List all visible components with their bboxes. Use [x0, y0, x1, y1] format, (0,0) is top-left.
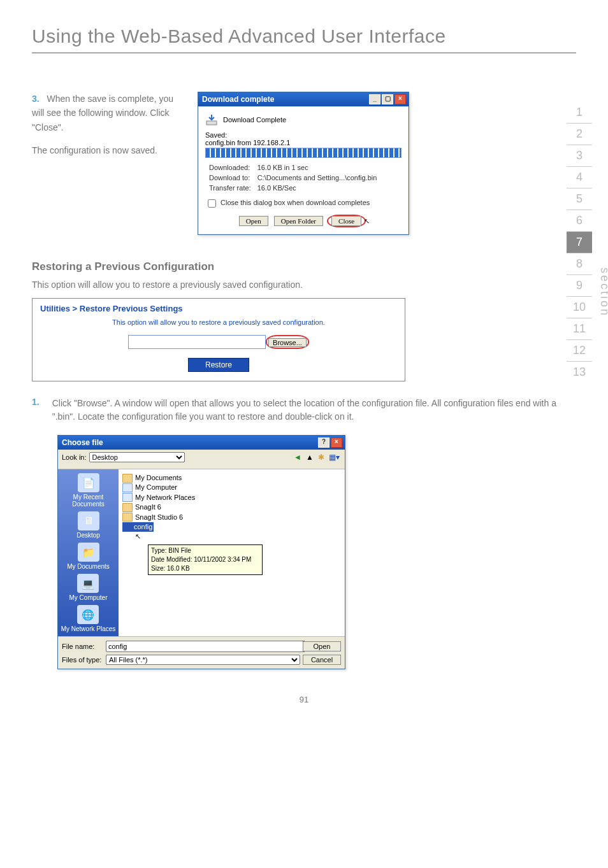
restore-desc: This option will allow you to restore a … [32, 278, 576, 292]
place-mydocs[interactable]: 📁My Documents [67, 543, 110, 570]
lookin-label: Look in: [62, 453, 87, 461]
list-item: My Computer [122, 483, 341, 492]
maximize-icon[interactable]: ▢ [382, 94, 393, 104]
ladder-label: section [598, 267, 608, 317]
filename-input[interactable] [106, 641, 305, 652]
place-recent[interactable]: 📄My Recent Documents [58, 473, 119, 508]
ladder-11[interactable]: 11 [567, 318, 592, 339]
restore-panel-title: Utilities > Restore Previous Settings [40, 304, 397, 313]
up-icon[interactable]: ▲ [306, 453, 314, 462]
downloadto-value: C:\Documents and Setting...\config.bin [255, 173, 380, 182]
section-ladder: 1 2 3 4 5 6 7 8 9 10 11 12 13 [567, 102, 592, 383]
close-icon[interactable]: × [394, 94, 406, 104]
step-3-num: 3. [32, 94, 40, 104]
browse-button[interactable]: Browse... [268, 338, 307, 347]
file-tooltip: Type: BIN File Date Modified: 10/11/2002… [148, 544, 263, 575]
ladder-7[interactable]: 7 [567, 231, 592, 253]
close-highlight: Close [327, 215, 366, 227]
ladder-8[interactable]: 8 [567, 253, 592, 274]
download-complete-dialog: Download complete _ ▢ × Download Complet… [198, 92, 409, 235]
views-icon[interactable]: ▦▾ [329, 453, 340, 462]
ladder-9[interactable]: 9 [567, 274, 592, 296]
place-network[interactable]: 🌐My Network Places [61, 605, 116, 632]
ladder-1[interactable]: 1 [567, 102, 592, 123]
list-item: SnagIt 6 [122, 502, 341, 512]
place-desktop[interactable]: 🖥Desktop [76, 511, 100, 539]
step-1-num: 1. [32, 397, 40, 423]
page-number: 91 [32, 695, 576, 704]
open-folder-button[interactable]: Open Folder [274, 216, 323, 226]
back-icon[interactable]: ◄ [294, 453, 301, 462]
filetype-select[interactable]: All Files (*.*) [106, 655, 300, 665]
ladder-10[interactable]: 10 [567, 296, 592, 318]
place-mycomp[interactable]: 💻My Computer [69, 574, 107, 601]
list-item: SnagIt Studio 6 [122, 513, 341, 522]
step-1-text: Click "Browse". A window will open that … [52, 397, 576, 423]
download-icon [205, 113, 218, 126]
restore-file-input[interactable] [128, 335, 266, 349]
cursor-icon: ↖ [135, 532, 141, 541]
list-item: My Network Places [122, 493, 341, 502]
help-icon[interactable]: ? [318, 438, 329, 448]
choose-file-title: Choose file [62, 438, 103, 447]
list-item: config [122, 522, 341, 532]
page-title: Using the Web-Based Advanced User Interf… [32, 25, 576, 47]
ladder-3[interactable]: 3 [567, 145, 592, 166]
close-on-complete-label: Close this dialog box when download comp… [221, 199, 370, 206]
rate-value: 16.0 KB/Sec [255, 183, 380, 192]
minimize-icon[interactable]: _ [369, 94, 380, 104]
download-header: Download Complete [223, 116, 286, 124]
newfolder-icon[interactable]: ✱ [318, 453, 324, 462]
downloaded-label: Downloaded: [206, 163, 254, 172]
step-3-body: When the save is complete, you will see … [32, 94, 173, 132]
restore-panel: Utilities > Restore Previous Settings Th… [32, 298, 405, 381]
saved-label: Saved: [205, 131, 402, 139]
downloaded-value: 16.0 KB in 1 sec [255, 163, 380, 172]
ladder-6[interactable]: 6 [567, 210, 592, 231]
restore-heading: Restoring a Previous Configuration [32, 260, 576, 273]
places-bar: 📄My Recent Documents 🖥Desktop 📁My Docume… [58, 469, 119, 636]
ladder-4[interactable]: 4 [567, 166, 592, 188]
close-button[interactable]: Close [331, 216, 361, 226]
rate-label: Transfer rate: [206, 183, 254, 192]
browse-highlight: Browse... [266, 335, 309, 349]
ladder-5[interactable]: 5 [567, 188, 592, 210]
close-on-complete-checkbox[interactable] [208, 199, 216, 208]
choose-file-dialog: Choose file ? × Look in: Desktop ◄ ▲ ✱ ▦… [57, 435, 345, 669]
close-icon[interactable]: × [331, 438, 342, 448]
cursor-icon: ↖ [364, 217, 370, 225]
open-button[interactable]: Open [239, 216, 268, 226]
downloadto-label: Download to: [206, 173, 254, 182]
step-3-text2: The configuration is now saved. [32, 143, 178, 157]
progress-bar [205, 148, 402, 158]
list-item: My Documents [122, 473, 341, 483]
cancel-button[interactable]: Cancel [303, 655, 341, 665]
ladder-2[interactable]: 2 [567, 123, 592, 145]
title-underline [32, 52, 576, 53]
step-3-text: 3. When the save is complete, you will s… [32, 92, 178, 134]
open-button[interactable]: Open [303, 641, 341, 651]
download-dialog-title: Download complete [202, 95, 274, 104]
filetype-label: Files of type: [62, 656, 103, 664]
svg-rect-0 [206, 121, 217, 125]
ladder-12[interactable]: 12 [567, 339, 592, 361]
filename-label: File name: [62, 643, 103, 650]
ladder-13[interactable]: 13 [567, 361, 592, 383]
lookin-select[interactable]: Desktop [89, 452, 185, 462]
file-list[interactable]: My Documents My Computer My Network Plac… [122, 473, 341, 573]
saved-file: config.bin from 192.168.2.1 [205, 139, 402, 146]
restore-button[interactable]: Restore [188, 358, 249, 372]
restore-panel-line: This option will allow you to restore a … [40, 318, 397, 326]
